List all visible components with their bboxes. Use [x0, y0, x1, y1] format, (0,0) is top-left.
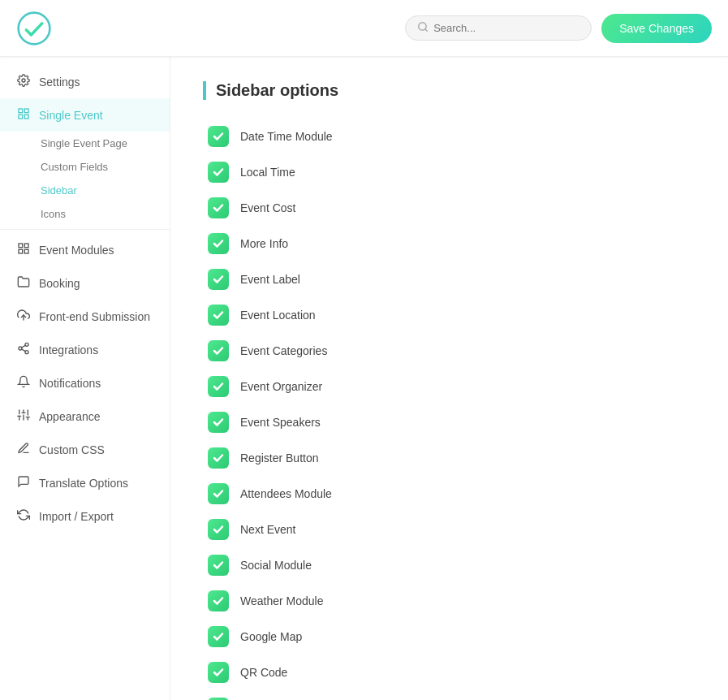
- svg-rect-4: [19, 109, 23, 113]
- checkbox-date-time-module[interactable]: [208, 126, 229, 147]
- checklist-item-public-download[interactable]: Public Download: [203, 691, 696, 700]
- checklist-item-event-location[interactable]: Event Location: [203, 298, 696, 332]
- checkbox-next-event[interactable]: [208, 519, 229, 540]
- checklist-item-more-info[interactable]: More Info: [203, 227, 696, 261]
- sidebar-item-settings[interactable]: Settings: [0, 65, 170, 98]
- sidebar-sub-item-custom-fields[interactable]: Custom Fields: [32, 155, 170, 179]
- checklist-item-attendees-module[interactable]: Attendees Module: [203, 477, 696, 511]
- checkbox-more-info[interactable]: [208, 233, 229, 254]
- svg-line-16: [22, 349, 26, 352]
- sidebar-label-settings: Settings: [39, 76, 80, 89]
- single-event-icon: [16, 107, 31, 123]
- sidebar-divider-1: [0, 229, 170, 230]
- frontend-submission-icon: [16, 309, 31, 324]
- checklist-item-google-map[interactable]: Google Map: [203, 620, 696, 654]
- checklist-item-event-organizer[interactable]: Event Organizer: [203, 369, 696, 404]
- search-box[interactable]: [405, 15, 592, 41]
- sidebar-label-event-modules: Event Modules: [39, 244, 114, 257]
- checklist-label-next-event: Next Event: [240, 523, 295, 536]
- sidebar-sub-item-single-event-page[interactable]: Single Event Page: [32, 132, 170, 155]
- sidebar-item-import-export[interactable]: Import / Export: [0, 499, 170, 533]
- svg-rect-11: [24, 249, 28, 253]
- checkbox-event-speakers[interactable]: [208, 412, 229, 433]
- sidebar: Settings Single Event Single Event Page …: [0, 57, 170, 700]
- notifications-icon: [16, 375, 31, 391]
- logo-area: [16, 11, 52, 46]
- custom-css-icon: [16, 442, 31, 457]
- checklist-label-event-label: Event Label: [240, 273, 300, 286]
- checkbox-event-label[interactable]: [208, 269, 229, 290]
- sidebar-label-notifications: Notifications: [39, 377, 101, 390]
- sidebar-label-translate-options: Translate Options: [39, 477, 128, 490]
- layout: Settings Single Event Single Event Page …: [0, 57, 728, 700]
- header: Save Changes: [0, 0, 728, 57]
- checklist-item-social-module[interactable]: Social Module: [203, 548, 696, 582]
- translate-options-icon: [16, 475, 31, 490]
- search-icon: [417, 21, 429, 35]
- checkbox-weather-module[interactable]: [208, 590, 229, 611]
- sidebar-item-notifications[interactable]: Notifications: [0, 366, 170, 400]
- search-input[interactable]: [433, 22, 579, 34]
- checkbox-register-button[interactable]: [208, 447, 229, 469]
- sidebar-item-event-modules[interactable]: Event Modules: [0, 233, 170, 266]
- checklist-item-date-time-module[interactable]: Date Time Module: [203, 119, 696, 153]
- sidebar-item-booking[interactable]: Booking: [0, 266, 170, 300]
- sidebar-sub-item-icons[interactable]: Icons: [32, 202, 170, 226]
- checklist-label-event-location: Event Location: [240, 309, 316, 322]
- checklist-label-more-info: More Info: [240, 237, 288, 250]
- checklist-item-event-categories[interactable]: Event Categories: [203, 334, 696, 368]
- checklist-label-qr-code: QR Code: [240, 666, 287, 679]
- integrations-icon: [16, 342, 31, 357]
- main-content: Sidebar options Date Time ModuleLocal Ti…: [170, 57, 728, 700]
- checkbox-event-cost[interactable]: [208, 197, 229, 218]
- checklist-item-next-event[interactable]: Next Event: [203, 512, 696, 547]
- sidebar-item-integrations[interactable]: Integrations: [0, 333, 170, 366]
- svg-point-3: [22, 79, 25, 82]
- checkbox-social-module[interactable]: [208, 555, 229, 576]
- header-right: Save Changes: [405, 14, 712, 43]
- checklist-item-event-cost[interactable]: Event Cost: [203, 191, 696, 225]
- svg-rect-5: [24, 109, 28, 113]
- checkbox-local-time[interactable]: [208, 162, 229, 183]
- checkbox-event-location[interactable]: [208, 305, 229, 326]
- checklist-label-event-categories: Event Categories: [240, 344, 327, 357]
- sidebar-item-single-event[interactable]: Single Event: [0, 98, 170, 132]
- sidebar-item-frontend-submission[interactable]: Front-end Submission: [0, 300, 170, 333]
- checkbox-google-map[interactable]: [208, 626, 229, 647]
- checklist-label-local-time: Local Time: [240, 166, 295, 179]
- sidebar-label-booking: Booking: [39, 277, 80, 290]
- import-export-icon: [16, 508, 31, 524]
- svg-rect-7: [24, 115, 28, 119]
- section-title: Sidebar options: [203, 81, 696, 100]
- booking-icon: [16, 275, 31, 291]
- appearance-icon: [16, 408, 31, 424]
- sidebar-label-frontend-submission: Front-end Submission: [39, 310, 150, 323]
- checklist-item-event-label[interactable]: Event Label: [203, 262, 696, 296]
- checklist-label-event-speakers: Event Speakers: [240, 416, 321, 429]
- checklist-label-social-module: Social Module: [240, 559, 312, 572]
- svg-rect-6: [19, 115, 23, 119]
- sidebar-sub-item-sidebar[interactable]: Sidebar: [32, 179, 170, 202]
- checklist-label-event-organizer: Event Organizer: [240, 380, 322, 393]
- save-button[interactable]: Save Changes: [601, 14, 712, 43]
- sidebar-label-integrations: Integrations: [39, 344, 98, 356]
- svg-line-2: [425, 29, 428, 32]
- sidebar-item-appearance[interactable]: Appearance: [0, 400, 170, 433]
- checklist-item-weather-module[interactable]: Weather Module: [203, 584, 696, 618]
- settings-icon: [16, 74, 31, 89]
- checklist-item-local-time[interactable]: Local Time: [203, 155, 696, 189]
- checklist-label-register-button: Register Button: [240, 452, 319, 465]
- checklist-item-event-speakers[interactable]: Event Speakers: [203, 405, 696, 439]
- sidebar-item-custom-css[interactable]: Custom CSS: [0, 433, 170, 466]
- checkbox-event-categories[interactable]: [208, 340, 229, 361]
- checklist-item-register-button[interactable]: Register Button: [203, 441, 696, 475]
- checklist: Date Time ModuleLocal TimeEvent CostMore…: [203, 119, 696, 700]
- sidebar-sub-menu: Single Event Page Custom Fields Sidebar …: [0, 132, 170, 226]
- checkbox-attendees-module[interactable]: [208, 483, 229, 504]
- checkbox-qr-code[interactable]: [208, 662, 229, 683]
- svg-line-17: [22, 345, 26, 348]
- sidebar-item-translate-options[interactable]: Translate Options: [0, 466, 170, 499]
- checkbox-event-organizer[interactable]: [208, 376, 229, 397]
- sidebar-label-import-export: Import / Export: [39, 510, 114, 523]
- checklist-item-qr-code[interactable]: QR Code: [203, 655, 696, 689]
